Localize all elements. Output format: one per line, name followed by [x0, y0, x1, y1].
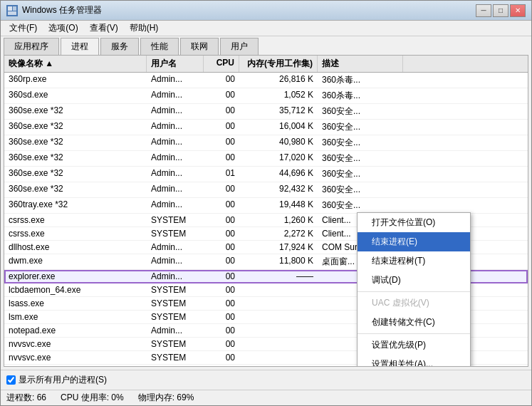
table-row[interactable]: 360se.exe *32Admin...0144,696 K360安全...	[4, 167, 528, 182]
col-header-desc[interactable]: 描述	[318, 56, 403, 72]
context-menu-item[interactable]: 结束进程(E)	[358, 232, 470, 251]
table-row[interactable]: 360se.exe *32Admin...0017,020 K360安全...	[4, 151, 528, 167]
window-controls: ─ □ ✕	[476, 4, 526, 17]
cell-username: SYSTEM	[147, 365, 204, 366]
tab-性能[interactable]: 性能	[140, 38, 179, 55]
cell-process-name: 360se.exe *32	[4, 120, 147, 135]
menu-item-v[interactable]: 查看(V)	[84, 21, 124, 36]
menu-item-h[interactable]: 帮助(H)	[124, 21, 165, 36]
show-all-users-label: 显示所有用户的进程(S)	[19, 374, 107, 386]
col-header-user[interactable]: 用户名	[147, 56, 204, 72]
table-row[interactable]: 360se.exe *32Admin...0035,712 K360安全...	[4, 104, 528, 120]
cell-username: Admin...	[147, 182, 204, 197]
cell-description: 360安全...	[318, 167, 403, 182]
cell-cpu: 00	[204, 198, 239, 213]
context-menu-item[interactable]: 设置优先级(P)	[358, 335, 470, 355]
menu-item-o[interactable]: 选项(O)	[43, 21, 83, 36]
cell-username: SYSTEM	[147, 351, 204, 364]
restore-button[interactable]: □	[493, 4, 508, 17]
table-row[interactable]: 360tray.exe *32Admin...0019,448 K360安全..…	[4, 198, 528, 214]
cell-process-name: explorer.exe	[4, 270, 147, 283]
svg-rect-1	[8, 6, 12, 11]
cell-username: SYSTEM	[147, 311, 204, 323]
cell-cpu: 00	[204, 351, 239, 364]
footer-bar: 显示所有用户的进程(S)	[1, 370, 531, 390]
cell-process-name: 360se.exe *32	[4, 135, 147, 150]
cell-process-name: nvxdsync.exe	[4, 365, 147, 366]
cell-cpu: 00	[204, 120, 239, 135]
show-all-users-checkbox[interactable]	[6, 375, 16, 385]
table-row[interactable]: 360se.exe *32Admin...0040,980 K360安全...	[4, 135, 528, 151]
cell-username: Admin...	[147, 135, 204, 150]
context-menu-item[interactable]: 结束进程树(T)	[358, 251, 470, 271]
cell-cpu: 01	[204, 167, 239, 182]
window-title: Windows 任务管理器	[22, 4, 476, 16]
cell-memory	[239, 283, 318, 296]
minimize-button[interactable]: ─	[476, 4, 491, 17]
cell-memory: 17,924 K	[239, 241, 318, 254]
cell-process-name: csrss.exe	[4, 227, 147, 240]
cell-memory	[239, 338, 318, 350]
col-header-cpu[interactable]: CPU	[204, 56, 239, 72]
context-menu-item[interactable]: 设置相关性(A)...	[358, 355, 470, 367]
cell-memory: 16,004 K	[239, 120, 318, 135]
menu-item-f[interactable]: 文件(F)	[4, 21, 43, 36]
cell-process-name: 360se.exe *32	[4, 104, 147, 119]
cell-description: 360安全...	[318, 104, 403, 119]
tab-bar: 应用程序进程服务性能联网用户	[1, 36, 531, 55]
tab-服务[interactable]: 服务	[100, 38, 139, 55]
context-menu-separator	[358, 291, 470, 292]
cell-cpu: 00	[204, 241, 239, 254]
context-menu-item[interactable]: 创建转储文件(C)	[358, 313, 470, 332]
process-count: 进程数: 66	[6, 392, 46, 404]
cell-username: Admin...	[147, 151, 204, 166]
tab-用户[interactable]: 用户	[220, 38, 259, 55]
cell-process-name: 360sd.exe	[4, 88, 147, 103]
cell-memory: 2,272 K	[239, 227, 318, 240]
cell-process-name: lcbdaemon_64.exe	[4, 283, 147, 296]
cpu-usage: CPU 使用率: 0%	[61, 392, 124, 404]
cell-memory	[239, 324, 318, 337]
cell-cpu: 00	[204, 151, 239, 166]
cell-cpu: 00	[204, 297, 239, 310]
tab-联网[interactable]: 联网	[180, 38, 219, 55]
cell-username: Admin...	[147, 73, 204, 88]
status-bar: 进程数: 66 CPU 使用率: 0% 物理内存: 69%	[1, 390, 531, 405]
cell-username: Admin...	[147, 167, 204, 182]
cell-cpu: 00	[204, 324, 239, 337]
table-row[interactable]: 360se.exe *32Admin...0016,004 K360安全...	[4, 120, 528, 135]
cell-memory	[239, 297, 318, 310]
cell-username: SYSTEM	[147, 227, 204, 240]
cell-username: Admin...	[147, 324, 204, 337]
close-button[interactable]: ✕	[510, 4, 526, 17]
cell-process-name: nvvsvc.exe	[4, 338, 147, 350]
cell-memory: 44,696 K	[239, 167, 318, 182]
cell-cpu: 00	[204, 182, 239, 197]
table-row[interactable]: 360rp.exeAdmin...0026,816 K360杀毒...	[4, 73, 528, 88]
content-area: 映像名称 ▲ 用户名 CPU 内存(专用工作集) 描述 360rp.exeAdm…	[4, 55, 528, 367]
context-menu-item[interactable]: 打开文件位置(O)	[358, 213, 470, 232]
tab-应用程序[interactable]: 应用程序	[4, 38, 59, 55]
context-menu-item: UAC 虚拟化(V)	[358, 293, 470, 313]
cell-username: Admin...	[147, 104, 204, 119]
cell-username: SYSTEM	[147, 338, 204, 350]
svg-rect-2	[13, 6, 16, 11]
menu-bar: 文件(F)选项(O)查看(V)帮助(H)	[1, 21, 531, 36]
cell-memory: 26,816 K	[239, 73, 318, 88]
cell-memory: 17,020 K	[239, 151, 318, 166]
cell-memory: ——	[239, 270, 318, 283]
cell-process-name: lsm.exe	[4, 311, 147, 323]
svg-rect-3	[8, 11, 16, 15]
cell-username: Admin...	[147, 254, 204, 269]
cell-username: SYSTEM	[147, 297, 204, 310]
cell-memory	[239, 365, 318, 366]
tab-进程[interactable]: 进程	[61, 38, 99, 56]
table-row[interactable]: 360se.exe *32Admin...0092,432 K360安全...	[4, 182, 528, 198]
table-row[interactable]: 360sd.exeAdmin...001,052 K360杀毒...	[4, 88, 528, 104]
col-header-name[interactable]: 映像名称 ▲	[4, 56, 147, 72]
cell-cpu: 00	[204, 135, 239, 150]
col-header-mem[interactable]: 内存(专用工作集)	[239, 56, 318, 72]
cell-process-name: 360tray.exe *32	[4, 198, 147, 213]
context-menu-item[interactable]: 调试(D)	[358, 271, 470, 290]
cell-process-name: notepad.exe	[4, 324, 147, 337]
